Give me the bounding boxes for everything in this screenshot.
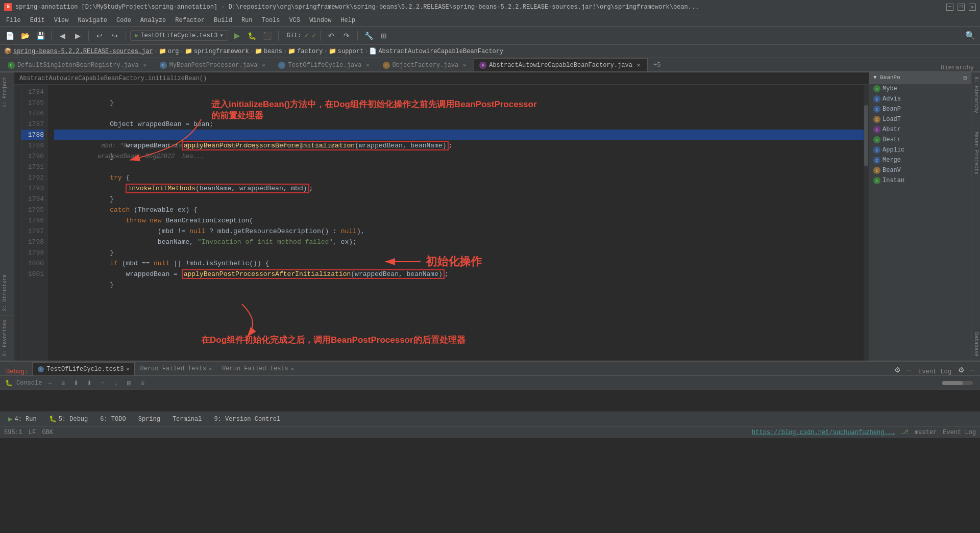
tab-defaultsingleton[interactable]: C DefaultSingletonBeanRegistry.java ✕ bbox=[2, 58, 154, 71]
bt1[interactable]: → bbox=[44, 377, 55, 389]
tab-more[interactable]: +5 bbox=[648, 58, 666, 71]
sidebar-database[interactable]: Database bbox=[971, 328, 980, 361]
maximize-button[interactable]: □ bbox=[958, 4, 965, 11]
run-config-dropdown[interactable]: ▶ TestOfLifeCycle.test3 ▾ bbox=[130, 30, 228, 41]
rp-item-applic[interactable]: C Applic bbox=[869, 145, 971, 155]
stop-button[interactable]: ⬛ bbox=[261, 29, 274, 42]
rp-item-merge[interactable]: C Merge bbox=[869, 155, 971, 165]
breadcrumb-springframework[interactable]: 📁 springframework bbox=[185, 47, 249, 55]
layout-button[interactable]: ⊞ bbox=[377, 29, 390, 42]
tab-abstractautowire[interactable]: A AbstractAutowireCapableBeanFactory.jav… bbox=[474, 58, 648, 71]
back-button[interactable]: ◀ bbox=[56, 29, 69, 42]
menu-view[interactable]: View bbox=[50, 16, 73, 25]
menu-code[interactable]: Code bbox=[112, 16, 135, 25]
bt3[interactable]: ⬇ bbox=[70, 377, 82, 389]
menu-tools[interactable]: Tools bbox=[258, 16, 284, 25]
bottom-tab-rerun1[interactable]: Rerun Failed Tests ✕ bbox=[135, 362, 217, 375]
settings-bottom-button[interactable]: ⚙ bbox=[892, 364, 903, 375]
terminal-button[interactable]: Terminal bbox=[168, 415, 206, 424]
bt7[interactable]: ⊞ bbox=[124, 377, 135, 389]
close-bottom-button[interactable]: ─ bbox=[967, 364, 978, 375]
rp-item-advis[interactable]: I Advis bbox=[869, 94, 971, 104]
run-button[interactable]: ▶ bbox=[230, 29, 243, 42]
menu-vcs[interactable]: VCS bbox=[285, 16, 305, 25]
event-log-label[interactable]: Event Log bbox=[914, 368, 955, 375]
bt4[interactable]: ⬇ bbox=[84, 377, 95, 389]
run-4-button[interactable]: ▶ 4: Run bbox=[4, 414, 41, 424]
sidebar-project[interactable]: 1: Project bbox=[0, 72, 14, 112]
rp-item-beanv[interactable]: I BeanV bbox=[869, 165, 971, 175]
breadcrumb-class[interactable]: 📄 AbstractAutowireCapableBeanFactory bbox=[369, 47, 503, 55]
undo2-button[interactable]: ↶ bbox=[325, 29, 338, 42]
settings2-bottom-button[interactable]: ⚙ bbox=[955, 364, 967, 375]
settings-button[interactable]: 🔧 bbox=[362, 29, 375, 42]
menu-refactor[interactable]: Refactor bbox=[171, 16, 209, 25]
redo2-button[interactable]: ↷ bbox=[340, 29, 353, 42]
debug-button[interactable]: 🐛 bbox=[246, 29, 259, 42]
menu-navigate[interactable]: Navigate bbox=[74, 16, 111, 25]
tab-close-button[interactable]: ✕ bbox=[291, 366, 294, 372]
event-log-status[interactable]: Event Log bbox=[943, 429, 976, 436]
tab-mybeanpostprocessor[interactable]: C MyBeanPostProcessor.java ✕ bbox=[154, 58, 273, 71]
tab-close-button[interactable]: ✕ bbox=[635, 62, 642, 69]
version-control-button[interactable]: 9: Version Control bbox=[210, 415, 285, 424]
search-everywhere-button[interactable]: 🔍 bbox=[964, 29, 977, 42]
breadcrumb-factory[interactable]: 📁 factory bbox=[288, 47, 323, 55]
bt5[interactable]: ↑ bbox=[97, 377, 108, 389]
editor-scrollbar[interactable] bbox=[864, 85, 869, 361]
scrollbar-thumb[interactable] bbox=[864, 105, 868, 166]
debug-5-button[interactable]: 🐛 5: Debug bbox=[45, 414, 92, 424]
menu-analyze[interactable]: Analyze bbox=[136, 16, 170, 25]
tab-close-button[interactable]: ✕ bbox=[364, 62, 372, 69]
bt6[interactable]: ↓ bbox=[110, 377, 121, 389]
new-file-button[interactable]: 📄 bbox=[3, 29, 16, 42]
menu-file[interactable]: File bbox=[2, 16, 25, 25]
tab-close-button[interactable]: ✕ bbox=[461, 62, 468, 69]
tab-close-button[interactable]: ✕ bbox=[209, 366, 212, 372]
tab-objectfactory[interactable]: I ObjectFactory.java ✕ bbox=[377, 58, 474, 71]
menu-run[interactable]: Run bbox=[237, 16, 257, 25]
open-button[interactable]: 📂 bbox=[18, 29, 32, 42]
save-button[interactable]: 💾 bbox=[34, 29, 47, 42]
right-panel-expand[interactable]: ⊟ bbox=[963, 74, 967, 81]
menu-edit[interactable]: Edit bbox=[26, 16, 49, 25]
git-check2-icon[interactable]: ✓ bbox=[312, 31, 316, 40]
tab-testoflifecycle[interactable]: T TestOfLifeCycle.java ✕ bbox=[273, 58, 377, 71]
tab-close-button[interactable]: ✕ bbox=[141, 62, 149, 69]
rp-item-destr[interactable]: C Destr bbox=[869, 135, 971, 145]
spring-button[interactable]: Spring bbox=[134, 415, 164, 424]
undo-button[interactable]: ↩ bbox=[93, 29, 106, 42]
console-label[interactable]: Console bbox=[16, 379, 42, 387]
bottom-tab-rerun2[interactable]: Rerun Failed Tests ✕ bbox=[217, 362, 299, 375]
rp-item-abstr[interactable]: C Abstr bbox=[869, 124, 971, 135]
rp-item-mybe[interactable]: C Mybe bbox=[869, 84, 971, 94]
bottom-tab-testoflifecycle[interactable]: T TestOfLifeCycle.test3 ✕ bbox=[32, 362, 135, 375]
scrollbar-bottom[interactable] bbox=[942, 381, 973, 385]
minimize-bottom-button[interactable]: ─ bbox=[903, 364, 914, 375]
tab-close-button[interactable]: ✕ bbox=[126, 366, 129, 372]
minimize-button[interactable]: ─ bbox=[946, 4, 953, 11]
sidebar-maven[interactable]: Maven Projects bbox=[971, 128, 980, 179]
redo-button[interactable]: ↪ bbox=[108, 29, 121, 42]
breadcrumb-jar[interactable]: 📦 spring-beans-5.2.2.RELEASE-sources.jar bbox=[4, 47, 153, 55]
todo-6-button[interactable]: 6: TODO bbox=[96, 415, 130, 424]
hierarchy-tab[interactable]: Hierarchy bbox=[937, 64, 978, 71]
breadcrumb-beans[interactable]: 📁 beans bbox=[255, 47, 282, 55]
git-check-icon[interactable]: ✓ bbox=[305, 31, 309, 40]
sidebar-favorites[interactable]: 2: Favorites bbox=[0, 315, 14, 361]
rp-item-beanp[interactable]: C BeanP bbox=[869, 104, 971, 114]
tab-close-button[interactable]: ✕ bbox=[260, 62, 267, 69]
sidebar-ant-build[interactable]: 8: Hierarchy bbox=[971, 72, 980, 117]
window-controls[interactable]: ─ □ ✕ bbox=[946, 4, 976, 11]
bt8[interactable]: ≡ bbox=[137, 377, 148, 389]
bt2[interactable]: ≡ bbox=[57, 377, 68, 389]
close-button[interactable]: ✕ bbox=[969, 4, 976, 11]
rp-item-loadt[interactable]: I LoadT bbox=[869, 114, 971, 124]
breadcrumb-support[interactable]: 📁 support bbox=[329, 47, 363, 55]
breadcrumb-org[interactable]: 📁 org bbox=[159, 47, 179, 55]
rp-item-instan[interactable]: C Instan bbox=[869, 175, 971, 186]
sidebar-structure[interactable]: 2: Structure bbox=[0, 270, 14, 315]
forward-button[interactable]: ▶ bbox=[71, 29, 84, 42]
debugger-button[interactable]: 🐛 bbox=[3, 377, 14, 389]
menu-window[interactable]: Window bbox=[305, 16, 335, 25]
